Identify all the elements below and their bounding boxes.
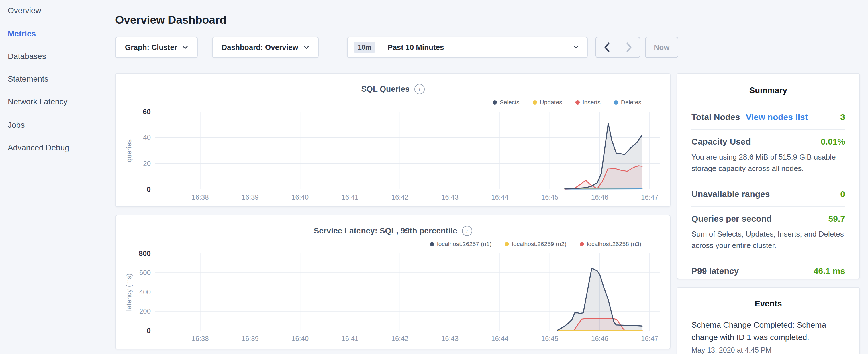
summary-panel: Summary Total Nodes View nodes list 3 Ca…	[677, 73, 860, 279]
service-latency-chart-card: Service Latency: SQL, 99th percentile i …	[115, 215, 671, 349]
sidebar-item-metrics[interactable]: Metrics	[8, 28, 36, 40]
x-axis-tick: 16:38	[180, 334, 220, 343]
sidebar: OverviewMetricsDatabasesStatementsNetwor…	[0, 0, 113, 354]
x-axis-tick: 16:41	[330, 193, 370, 201]
summary-row-capacity-used: Capacity Used 0.01% You are using 28.6 M…	[691, 129, 845, 182]
summary-label: P99 latency	[691, 266, 739, 276]
chevron-down-icon	[574, 45, 579, 49]
x-axis-tick: 16:46	[580, 334, 620, 343]
summary-label: Capacity Used	[691, 137, 751, 147]
x-axis-tick: 16:38	[180, 193, 220, 201]
graph-dropdown-label: Graph: Cluster	[125, 43, 177, 52]
y-axis-unit-label: latency (ms)	[125, 240, 133, 344]
graph-dropdown[interactable]: Graph: Cluster	[115, 37, 198, 58]
view-nodes-list-link[interactable]: View nodes list	[746, 112, 808, 122]
time-next-button[interactable]	[618, 37, 640, 57]
y-axis-tick: 40	[116, 133, 151, 142]
x-axis-tick: 16:46	[580, 193, 620, 201]
chevron-left-icon	[604, 42, 610, 53]
x-axis-tick: 16:40	[280, 334, 320, 343]
summary-value: 46.1 ms	[813, 266, 845, 276]
sidebar-item-advanced-debug[interactable]: Advanced Debug	[8, 141, 69, 154]
sidebar-item-network-latency[interactable]: Network Latency	[8, 95, 68, 108]
time-range-badge: 10m	[354, 41, 375, 53]
sidebar-item-databases[interactable]: Databases	[8, 50, 46, 63]
chevron-down-icon	[304, 45, 309, 49]
x-axis-tick: 16:43	[430, 193, 470, 201]
x-axis-tick: 16:40	[280, 193, 320, 201]
x-axis-tick: 16:47	[629, 193, 670, 201]
events-title: Events	[691, 299, 845, 309]
summary-row-unavailable-ranges: Unavailable ranges 0	[691, 182, 845, 206]
toolbar-divider	[333, 37, 333, 58]
chevron-down-icon	[182, 45, 188, 49]
time-range-label: Past 10 Minutes	[388, 43, 444, 52]
x-axis-tick: 16:47	[629, 334, 670, 343]
y-axis-tick: 0	[116, 185, 151, 194]
sql-queries-chart-card: SQL Queries i SelectsUpdatesInsertsDelet…	[115, 73, 671, 207]
summary-title: Summary	[691, 86, 845, 95]
sidebar-item-overview[interactable]: Overview	[8, 4, 41, 17]
summary-value: 0	[840, 189, 845, 199]
chevron-right-icon	[626, 42, 632, 53]
x-axis-tick: 16:42	[380, 193, 420, 201]
summary-subtext: You are using 28.6 MiB of 515.9 GiB usab…	[691, 151, 845, 174]
page-title: Overview Dashboard	[115, 14, 226, 26]
summary-row-p99-latency: P99 latency 46.1 ms	[691, 259, 845, 283]
x-axis-tick: 16:43	[430, 334, 470, 343]
summary-label: Total Nodes	[691, 112, 740, 122]
summary-row-queries-per-second: Queries per second 59.7 Sum of Selects, …	[691, 206, 845, 259]
dashboard-dropdown[interactable]: Dashboard: Overview	[212, 37, 319, 58]
x-axis-tick: 16:39	[230, 193, 270, 201]
y-axis-unit-label: queries	[125, 99, 133, 202]
y-axis-tick: 400	[116, 288, 151, 296]
summary-value: 59.7	[829, 214, 845, 224]
summary-subtext: Sum of Selects, Updates, Inserts, and De…	[691, 228, 845, 252]
time-range-dropdown[interactable]: 10m Past 10 Minutes	[347, 37, 588, 58]
x-axis-tick: 16:44	[480, 193, 520, 201]
y-axis-tick: 600	[116, 268, 151, 277]
summary-label: Unavailable ranges	[691, 189, 770, 199]
x-axis-tick: 16:41	[330, 334, 370, 343]
events-panel: Events Schema Change Completed: Schema c…	[677, 287, 860, 354]
x-axis-tick: 16:44	[480, 334, 520, 343]
x-axis-tick: 16:42	[380, 334, 420, 343]
time-pager	[595, 37, 640, 58]
y-axis-tick: 20	[116, 159, 151, 168]
summary-row-total-nodes: Total Nodes View nodes list 3	[691, 105, 845, 129]
dashboard-dropdown-label: Dashboard: Overview	[221, 43, 298, 52]
sidebar-item-jobs[interactable]: Jobs	[8, 119, 25, 131]
time-prev-button[interactable]	[596, 37, 618, 57]
y-axis-tick: 200	[116, 307, 151, 316]
event-timestamp: May 13, 2020 at 4:45 PM	[691, 346, 845, 354]
summary-label: Queries per second	[691, 214, 772, 224]
x-axis-tick: 16:39	[230, 334, 270, 343]
summary-value: 3	[840, 112, 845, 122]
summary-value: 0.01%	[821, 137, 845, 147]
now-button[interactable]: Now	[645, 37, 678, 58]
sidebar-item-statements[interactable]: Statements	[8, 73, 49, 85]
service-latency-chart: 800600400200016:3816:3916:4016:4116:4216…	[116, 215, 670, 349]
chart-plot-area	[155, 254, 660, 330]
event-text: Schema Change Completed: Schema change w…	[691, 319, 845, 344]
y-axis-tick: 800	[116, 249, 151, 258]
chart-plot-area	[155, 112, 660, 189]
event-list-item[interactable]: Schema Change Completed: Schema change w…	[691, 319, 845, 354]
x-axis-tick: 16:45	[530, 193, 570, 201]
sql-queries-chart: 604020016:3816:3916:4016:4116:4216:4316:…	[116, 74, 670, 206]
y-axis-tick: 60	[116, 107, 151, 116]
y-axis-tick: 0	[116, 326, 151, 335]
app-root: OverviewMetricsDatabasesStatementsNetwor…	[0, 0, 868, 354]
x-axis-tick: 16:45	[530, 334, 570, 343]
